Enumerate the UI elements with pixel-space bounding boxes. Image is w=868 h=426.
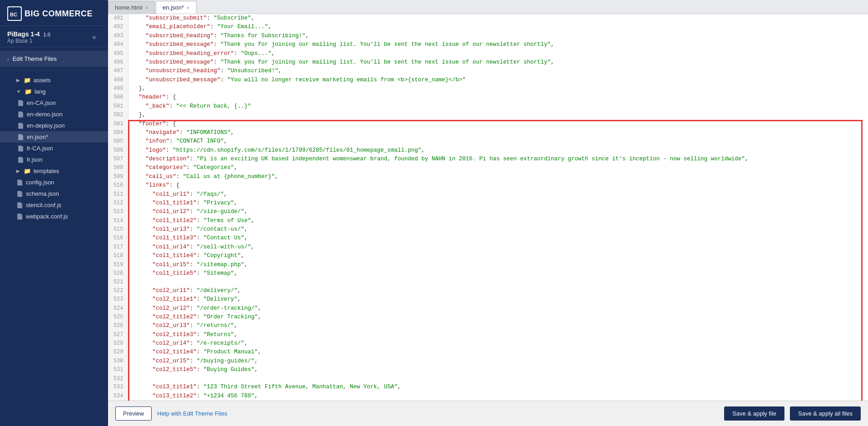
tree-item-assets[interactable]: ▶📁assets [0,74,108,86]
line-code[interactable]: }, [128,111,868,119]
line-code[interactable]: "subscribe_submit": "Subscribe", [128,14,868,23]
table-row: 534 "col3_title2": "+1234 456 789", [108,392,868,401]
line-code[interactable]: "footer": { [128,120,868,129]
table-row: 494 "subscribed_message": "Thank you for… [108,40,868,49]
table-row: 496 "subscribed_message": "Thank you for… [108,58,868,67]
line-code[interactable]: "col1_title4": "Copyright", [128,252,868,260]
line-code[interactable]: "col1_url3": "/contact-us/", [128,225,868,234]
line-code[interactable]: "unsubscribed_heading": "Unsubscribed!", [128,67,868,75]
line-code[interactable]: "col1_title5": "Sitemap", [128,269,868,278]
line-code[interactable]: "col2_title1": "Delivery", [128,295,868,304]
line-code[interactable]: "col1_title3": "Contact Us", [128,234,868,243]
tree-item-en-demo[interactable]: 📄en-demo.json [0,109,108,120]
line-number: 509 [108,173,128,181]
tree-item-lang[interactable]: ▼📁lang [0,86,108,97]
tab-close-icon[interactable]: × [187,5,189,10]
sidebar-collapse-button[interactable]: « [88,31,101,43]
line-code[interactable]: "col1_url1": "/faqs/", [128,190,868,199]
tree-item-fr-CA[interactable]: 📄fr-CA.json [0,143,108,154]
table-row: 509 "call_us": "Call us at {phone_number… [108,173,868,181]
editor-area[interactable]: 491 "subscribe_submit": "Subscribe",492 … [108,14,868,401]
line-number: 514 [108,217,128,225]
table-row: 508 "categories": "Categories", [108,163,868,172]
line-code[interactable]: "_back": "<< Return back, {..}" [128,102,868,111]
line-code[interactable]: "col2_url4": "/e-receipts/", [128,339,868,348]
table-row: 530 "col2_url5": "/buying-guides/", [108,357,868,366]
line-code[interactable]: "col1_title2": "Terms of Use", [128,217,868,225]
line-code[interactable]: "header": { [128,93,868,102]
edit-theme-label: Edit Theme Files [13,55,57,62]
file-icon: 📄 [16,179,23,186]
line-code[interactable]: "description": "Pi is an exciting UK bas… [128,155,868,163]
line-number: 513 [108,208,128,216]
help-link[interactable]: Help with Edit Theme Files [157,410,227,417]
line-number: 493 [108,32,128,40]
line-number: 519 [108,261,128,269]
tree-item-label: schema.json [26,190,59,197]
line-code[interactable]: "col3_title1": "123 Third Street Fifth A… [128,383,868,391]
line-code[interactable]: "col1_url5": "/sitemap.php", [128,261,868,269]
table-row: 532 [108,375,868,383]
table-row: 493 "subscribed_heading": "Thanks for Su… [108,32,868,40]
line-code[interactable]: "unsubscribed_message": "You will no lon… [128,76,868,84]
line-code[interactable]: "col2_url5": "/buying-guides/", [128,357,868,366]
line-number: 510 [108,181,128,190]
tab-close-icon[interactable]: × [145,5,148,10]
line-code[interactable]: "email_placeholder": "Your Email...", [128,23,868,31]
table-row: 491 "subscribe_submit": "Subscribe", [108,14,868,23]
line-number: 511 [108,190,128,199]
line-code[interactable]: "col1_url2": "/size-guide/", [128,208,868,216]
save-apply-all-button[interactable]: Save & apply all files [790,406,861,421]
edit-theme-section: ‹ Edit Theme Files [0,47,108,71]
line-number: 520 [108,269,128,278]
line-code[interactable]: "categories": "Categories", [128,163,868,172]
line-code[interactable]: }, [128,84,868,93]
line-code[interactable]: "col2_title2": "Order Tracking", [128,313,868,322]
tab-en-json[interactable]: en.json*× [156,1,196,14]
line-code[interactable]: "infon": "CONTACT INFO", [128,137,868,146]
line-code[interactable]: "col2_title3": "Returns", [128,331,868,339]
sidebar-logo: BC BIG COMMERCE [0,0,108,26]
tab-home-html[interactable]: home.html× [108,1,155,14]
tree-item-fr[interactable]: 📄fr.json [0,154,108,165]
line-number: 528 [108,339,128,348]
line-code[interactable]: "col1_url4": "/sell-with-us/", [128,243,868,252]
preview-button[interactable]: Preview [115,406,152,421]
bottom-bar: Preview Help with Edit Theme Files Save … [108,401,868,426]
line-code[interactable]: "navigate": "INFOMATIONS", [128,129,868,137]
save-apply-file-button[interactable]: Save & apply file [724,406,784,421]
tree-item-en[interactable]: 📄en.json* [0,131,108,143]
table-row: 504 "navigate": "INFOMATIONS", [108,129,868,137]
line-code[interactable]: "subscribed_heading_error": "Oops...", [128,50,868,58]
tree-item-stencil[interactable]: 📄stencil.conf.js [0,199,108,211]
line-code[interactable]: "subscribed_message": "Thank you for joi… [128,40,868,49]
line-code[interactable]: "logo": "https://cdn.shopify.com/s/files… [128,146,868,155]
line-code[interactable]: "col2_url2": "/order-tracking/", [128,304,868,313]
line-code[interactable]: "call_us": "Call us at {phone_number}", [128,173,868,181]
line-code[interactable]: "col1_title1": "Privacy", [128,199,868,208]
line-number: 534 [108,392,128,401]
tree-item-templates[interactable]: ▶📁templates [0,165,108,177]
line-code[interactable]: "col2_url1": "/delivery/", [128,287,868,295]
tree-item-label: en-CA.json [27,99,56,106]
line-code[interactable]: "col2_title4": "Product Manual", [128,348,868,357]
tree-item-label: fr.json [27,156,43,163]
table-row: 523 "col2_title1": "Delivery", [108,295,868,304]
tree-item-en-CA[interactable]: 📄en-CA.json [0,97,108,109]
tree-item-schema[interactable]: 📄schema.json [0,188,108,199]
table-row: 503 "footer": { [108,120,868,129]
line-code[interactable]: "col3_title2": "+1234 456 789", [128,392,868,401]
tree-item-webpack[interactable]: 📄webpack.conf.js [0,211,108,222]
line-code[interactable]: "col2_url3": "/returns/", [128,322,868,330]
table-row: 527 "col2_title3": "Returns", [108,331,868,339]
edit-theme-files-button[interactable]: ‹ Edit Theme Files [0,51,108,67]
line-code[interactable] [128,278,868,287]
line-code[interactable] [128,375,868,383]
line-code[interactable]: "links": { [128,181,868,190]
line-code[interactable]: "col2_title5": "Buying Guides", [128,366,868,374]
tree-item-config[interactable]: 📄config.json [0,177,108,188]
line-code[interactable]: "subscribed_heading": "Thanks for Subscr… [128,32,868,40]
tree-item-en-deploy[interactable]: 📄en-deploy.json [0,120,108,131]
line-number: 524 [108,304,128,313]
line-code[interactable]: "subscribed_message": "Thank you for joi… [128,58,868,67]
